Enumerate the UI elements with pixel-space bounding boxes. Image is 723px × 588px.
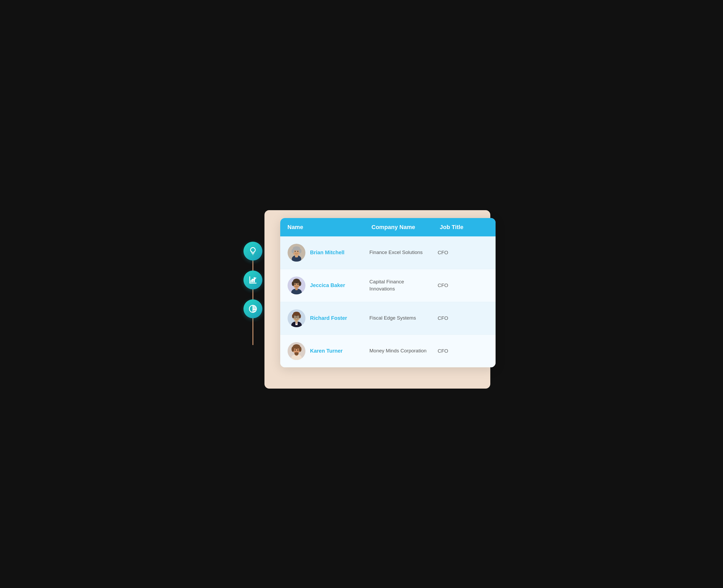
svg-point-47 [297, 349, 298, 351]
chart-bar-icon-button[interactable] [243, 271, 262, 289]
svg-point-37 [297, 316, 298, 317]
svg-line-34 [293, 317, 294, 317]
svg-point-29 [292, 314, 294, 318]
svg-point-43 [292, 346, 294, 352]
svg-point-3 [255, 277, 256, 279]
svg-point-21 [297, 284, 298, 285]
svg-point-18 [292, 281, 295, 286]
table-row: Jeccica Baker Capital Finance Innovation… [280, 269, 496, 302]
svg-point-12 [297, 251, 298, 252]
name-text-jeccica[interactable]: Jeccica Baker [310, 282, 345, 288]
name-text-richard[interactable]: Richard Foster [310, 315, 347, 321]
svg-point-46 [295, 349, 296, 351]
company-cell-brian: Finance Excel Solutions [364, 241, 433, 264]
svg-point-19 [299, 281, 301, 286]
sidebar-line [253, 251, 253, 345]
table-row: Karen Turner Money Minds Corporation CFO [280, 335, 496, 368]
svg-point-44 [299, 346, 301, 352]
svg-line-35 [299, 317, 300, 317]
svg-point-20 [295, 284, 296, 285]
lightbulb-icon [248, 246, 258, 256]
svg-point-28 [293, 312, 300, 316]
svg-point-9 [292, 249, 294, 253]
avatar-karen [287, 342, 305, 360]
name-cell-jeccica: Jeccica Baker [280, 269, 364, 302]
company-cell-jeccica: Capital Finance Innovations [364, 271, 433, 300]
main-table-card: Name Company Name Job Title [280, 218, 496, 368]
svg-point-30 [299, 314, 301, 318]
col-header-jobtitle: Job Title [433, 218, 496, 236]
avatar-richard [287, 309, 305, 327]
jobtitle-cell-jeccica: CFO [433, 275, 496, 296]
name-text-brian[interactable]: Brian Mitchell [310, 250, 345, 256]
pie-chart-icon-button[interactable] [243, 299, 262, 318]
table-header: Name Company Name Job Title [280, 218, 496, 236]
svg-point-10 [299, 249, 301, 253]
avatar-brian [287, 244, 305, 261]
jobtitle-cell-karen: CFO [433, 341, 496, 361]
sidebar [243, 241, 262, 328]
col-header-name: Name [280, 218, 364, 236]
chart-bar-icon [248, 275, 258, 285]
table-row: Brian Mitchell Finance Excel Solutions C… [280, 236, 496, 269]
svg-point-11 [295, 251, 296, 252]
svg-point-36 [295, 316, 296, 317]
company-cell-karen: Money Minds Corporation [364, 340, 433, 362]
lightbulb-icon-button[interactable] [243, 241, 262, 260]
jobtitle-cell-richard: CFO [433, 308, 496, 329]
jobtitle-cell-brian: CFO [433, 243, 496, 263]
name-cell-richard: Richard Foster [280, 302, 364, 335]
name-cell-karen: Karen Turner [280, 335, 364, 368]
company-cell-richard: Fiscal Edge Systems [364, 307, 433, 329]
col-header-company: Company Name [364, 218, 433, 236]
scene: Name Company Name Job Title [243, 194, 480, 394]
name-text-karen[interactable]: Karen Turner [310, 348, 343, 354]
svg-point-8 [293, 246, 300, 251]
name-cell-brian: Brian Mitchell [280, 236, 364, 269]
table-body: Brian Mitchell Finance Excel Solutions C… [280, 236, 496, 368]
pie-chart-icon [248, 304, 258, 314]
avatar-jeccica [287, 276, 305, 294]
table-row: Richard Foster Fiscal Edge Systems CFO [280, 302, 496, 335]
